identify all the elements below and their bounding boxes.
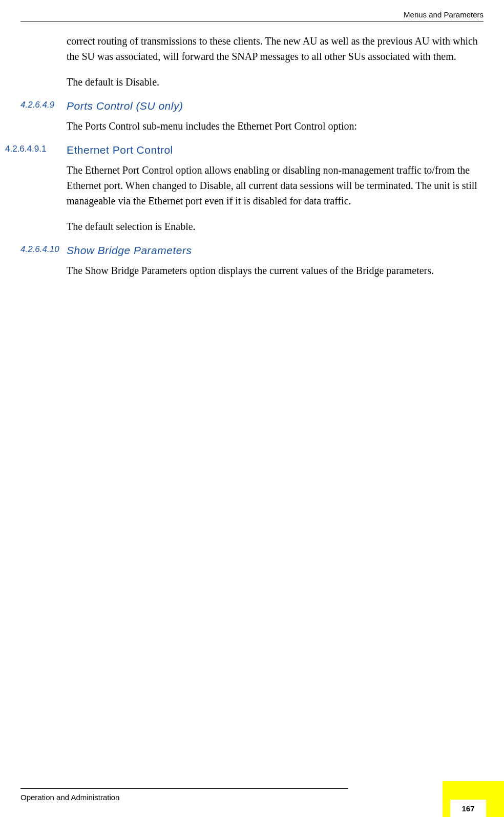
page-content: correct routing of transmissions to thes… — [20, 33, 484, 288]
section-number: 4.2.6.4.9.1 — [5, 144, 67, 156]
section-heading: 4.2.6.4.10 Show Bridge Parameters — [20, 244, 484, 257]
page-footer: Operation and Administration — [20, 788, 504, 802]
body-paragraph: The Ports Control sub-menu includes the … — [67, 118, 484, 134]
body-paragraph: correct routing of transmissions to thes… — [67, 33, 484, 64]
section-title: Show Bridge Parameters — [67, 244, 192, 257]
section-heading: 4.2.6.4.9.1 Ethernet Port Control — [20, 144, 484, 156]
section-heading: 4.2.6.4.9 Ports Control (SU only) — [20, 100, 484, 112]
section-number: 4.2.6.4.9 — [20, 100, 67, 112]
section-number: 4.2.6.4.10 — [20, 244, 67, 257]
body-paragraph: The Show Bridge Parameters option displa… — [67, 263, 484, 278]
page-number: 167 — [450, 800, 486, 817]
body-paragraph: The default selection is Enable. — [67, 219, 484, 234]
page-header: Menus and Parameters — [404, 10, 484, 19]
footer-rule — [20, 788, 348, 789]
section-title: Ethernet Port Control — [67, 144, 173, 156]
body-paragraph: The Ethernet Port Control option allows … — [67, 162, 484, 208]
section-title: Ports Control (SU only) — [67, 100, 183, 112]
header-rule — [20, 22, 484, 22]
body-paragraph: The default is Disable. — [67, 74, 484, 90]
footer-text: Operation and Administration — [20, 793, 504, 802]
